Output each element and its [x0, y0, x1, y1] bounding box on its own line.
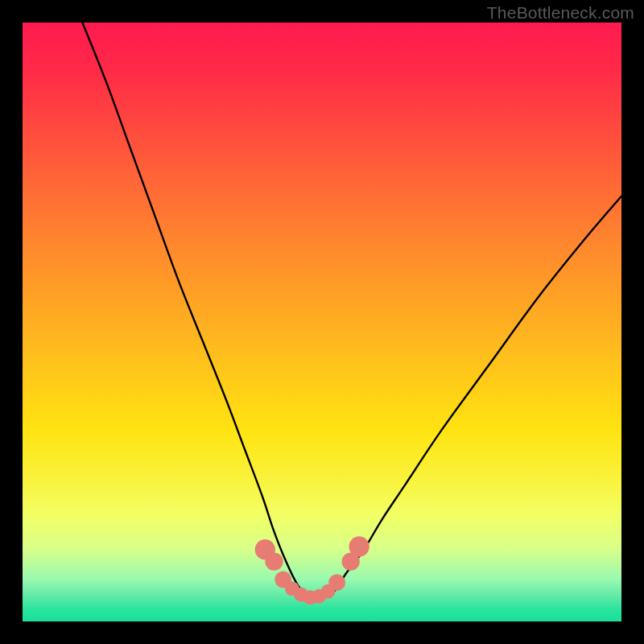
- chart-svg: [23, 23, 621, 621]
- attribution-watermark: TheBottleneck.com: [487, 3, 634, 23]
- highlight-dot: [349, 536, 369, 556]
- chart-frame: TheBottleneck.com: [0, 0, 644, 644]
- bottleneck-curve: [82, 23, 621, 599]
- highlight-dot: [328, 574, 345, 591]
- plot-area: [23, 23, 621, 621]
- highlight-dot: [265, 552, 283, 570]
